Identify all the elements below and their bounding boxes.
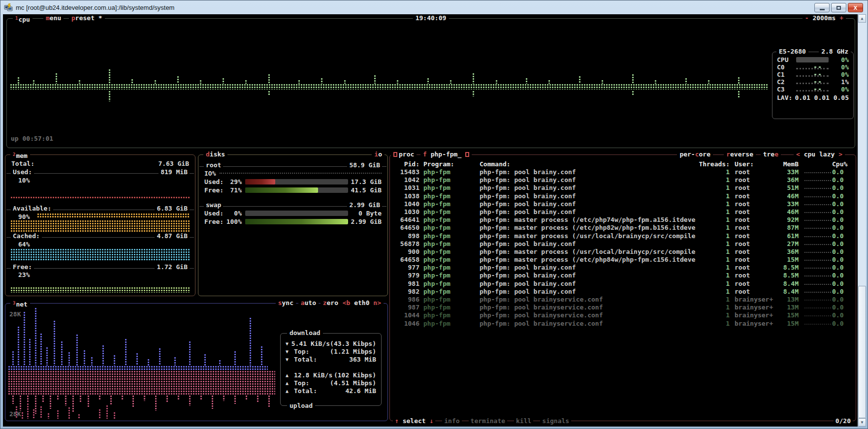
graph-spike bbox=[222, 78, 225, 84]
terminal-scrollbar[interactable]: ▲ ▼ bbox=[858, 14, 866, 427]
process-row[interactable]: 981php-fpmphp-fpm: pool brainy.conf1root… bbox=[390, 280, 856, 288]
graph-spike bbox=[143, 395, 146, 401]
graph-spike bbox=[57, 395, 59, 400]
proc-option-kill[interactable]: kill bbox=[514, 417, 533, 425]
process-row[interactable]: 898php-fpmphp-fpm: master process (/usr/… bbox=[390, 232, 856, 240]
graph-spike bbox=[234, 351, 236, 366]
maximize-icon bbox=[836, 6, 841, 10]
disks-panel: disks io root58.9 GiB IO% Used:29% 17.3 … bbox=[198, 154, 388, 296]
process-row[interactable]: 1030php-fpmphp-fpm: pool brainy.conf1roo… bbox=[390, 208, 856, 216]
proc-option-terminate[interactable]: terminate bbox=[469, 417, 507, 425]
tree-toggle[interactable]: tree bbox=[761, 151, 781, 158]
maximize-button[interactable] bbox=[831, 3, 846, 12]
update-interval: - 2000ms + bbox=[803, 14, 846, 22]
filter-clear-icon[interactable] bbox=[465, 152, 469, 157]
process-row[interactable]: 1044php-fpmphp-fpm: pool brainyservice.c… bbox=[390, 311, 856, 319]
proc-panel-tab[interactable]: proc bbox=[391, 151, 417, 158]
net-interface-selector[interactable]: <b eth0 n> bbox=[340, 299, 384, 307]
process-row[interactable]: 1046php-fpmphp-fpm: pool brainyservice.c… bbox=[390, 320, 856, 328]
cpu-core-meter: C10% bbox=[772, 71, 853, 78]
graph-spike bbox=[12, 395, 14, 404]
per-core-toggle[interactable]: per-core bbox=[677, 151, 713, 158]
process-row[interactable]: 987php-fpmphp-fpm: pool brainyservice.co… bbox=[390, 304, 856, 311]
process-row[interactable]: 977php-fpmphp-fpm: pool brainy.conf1root… bbox=[390, 264, 856, 272]
graph-spike bbox=[155, 395, 157, 411]
close-button[interactable]: X bbox=[848, 3, 863, 12]
net-sync-button[interactable]: sync bbox=[276, 299, 296, 307]
graph-spike bbox=[32, 80, 35, 84]
scroll-down-icon[interactable]: ▼ bbox=[858, 418, 866, 427]
graph-spike bbox=[189, 341, 191, 366]
upload-graph-band bbox=[8, 370, 275, 395]
process-row[interactable]: 64650php-fpmphp-fpm: master process (/et… bbox=[390, 224, 856, 232]
process-footer: ↑ select ↓ infoterminatekillsignals 0/20 bbox=[393, 417, 853, 425]
process-row[interactable]: 1042php-fpmphp-fpm: pool brainy.conf1roo… bbox=[390, 176, 856, 184]
mem-free-value: 1.72 GiB bbox=[155, 263, 190, 271]
graph-spike bbox=[34, 307, 37, 366]
disk-root-used-row: Used:29% 17.3 GiB bbox=[204, 178, 382, 185]
network-panel-tab[interactable]: 3net bbox=[10, 299, 30, 307]
graph-spike bbox=[113, 355, 116, 366]
graph-spike bbox=[177, 395, 180, 399]
sort-selector[interactable]: < cpu lazy > bbox=[794, 151, 845, 158]
process-row[interactable]: 1040php-fpmphp-fpm: pool brainy.conf1roo… bbox=[390, 200, 856, 208]
uptime-text: up 00:57:01 bbox=[11, 135, 53, 142]
process-row[interactable]: 56878php-fpmphp-fpm: pool brainy.conf1ro… bbox=[390, 240, 856, 248]
process-row[interactable]: 1038php-fpmphp-fpm: pool brainy.conf1roo… bbox=[390, 192, 856, 200]
disk-io-graph bbox=[220, 173, 382, 174]
interval-increase-button[interactable]: + bbox=[839, 14, 843, 22]
proc-box-icon bbox=[393, 152, 397, 157]
process-row[interactable]: 979php-fpmphp-fpm: pool brainy.conf1root… bbox=[390, 272, 856, 279]
graph-spike bbox=[23, 311, 26, 366]
load-average-label: LAV: bbox=[777, 94, 792, 101]
process-row[interactable]: 64658php-fpmphp-fpm: master process (/et… bbox=[390, 256, 856, 264]
mem-available-value: 6.83 GiB bbox=[155, 205, 190, 212]
net-zero-button[interactable]: zero bbox=[321, 299, 341, 307]
window-titlebar[interactable]: mc [root@ub24.itdeveloper.com.ua]:/lib/s… bbox=[0, 0, 868, 14]
io-tab[interactable]: io bbox=[372, 151, 385, 158]
scrollbar-thumb[interactable] bbox=[858, 286, 866, 418]
net-auto-button[interactable]: auto bbox=[298, 299, 319, 307]
graph-spike bbox=[374, 75, 376, 84]
memory-panel-tab[interactable]: 2mem bbox=[10, 151, 30, 158]
graph-spike bbox=[78, 80, 81, 84]
graph-spike bbox=[579, 76, 581, 84]
minimize-icon bbox=[820, 9, 825, 10]
graph-spike bbox=[61, 341, 63, 366]
graph-spike bbox=[166, 395, 168, 402]
net-stat-row: ▼5.41 KiB/s(43.3 Kibps) bbox=[281, 339, 381, 347]
scroll-up-icon[interactable]: ▲ bbox=[858, 14, 866, 23]
cpu-panel-tab[interactable]: 1cpu bbox=[13, 14, 32, 22]
process-row[interactable]: 64641php-fpmphp-fpm: master process (/et… bbox=[390, 216, 856, 224]
process-row[interactable]: 986php-fpmphp-fpm: pool brainyservice.co… bbox=[390, 296, 856, 304]
process-row[interactable]: 15483php-fpmphp-fpm: pool brainy.conf1ro… bbox=[390, 168, 856, 176]
menu-button[interactable]: menu bbox=[43, 14, 64, 22]
graph-spike bbox=[427, 78, 429, 84]
graph-spike bbox=[53, 320, 56, 366]
reverse-toggle[interactable]: reverse bbox=[724, 151, 756, 158]
disks-panel-tab[interactable]: disks bbox=[203, 151, 227, 158]
process-row[interactable]: 1031php-fpmphp-fpm: pool brainy.conf1roo… bbox=[390, 184, 856, 192]
minimize-button[interactable] bbox=[814, 3, 830, 12]
cpu-panel: 1cpu menu preset * 19:40:09 - 2000ms + E… bbox=[6, 18, 855, 148]
interval-decrease-button[interactable]: - bbox=[805, 14, 809, 22]
graph-spike bbox=[298, 80, 300, 84]
graph-spike bbox=[450, 80, 452, 84]
preset-button[interactable]: preset * bbox=[69, 14, 105, 22]
process-row[interactable]: 982php-fpmphp-fpm: pool brainy.conf1root… bbox=[390, 288, 856, 296]
graph-spike bbox=[21, 412, 24, 419]
graph-spike bbox=[601, 80, 604, 84]
cpu-frequency: 2.8 GHz bbox=[819, 48, 851, 56]
select-control[interactable]: ↑ select ↓ bbox=[393, 417, 435, 425]
graph-spike bbox=[49, 395, 52, 409]
proc-option-signals[interactable]: signals bbox=[540, 417, 571, 425]
disk-io-label: IO% bbox=[204, 170, 216, 177]
graph-spike bbox=[495, 80, 498, 84]
process-filter-input[interactable]: f php-fpm_ bbox=[420, 151, 472, 158]
cpu-core-meter: CPU0% bbox=[772, 56, 853, 63]
graph-spike bbox=[321, 78, 323, 84]
graph-spike bbox=[249, 317, 252, 366]
process-row[interactable]: 900php-fpmphp-fpm: master process (/usr/… bbox=[390, 248, 856, 256]
graph-spike bbox=[42, 395, 44, 403]
proc-option-info[interactable]: info bbox=[442, 417, 461, 425]
